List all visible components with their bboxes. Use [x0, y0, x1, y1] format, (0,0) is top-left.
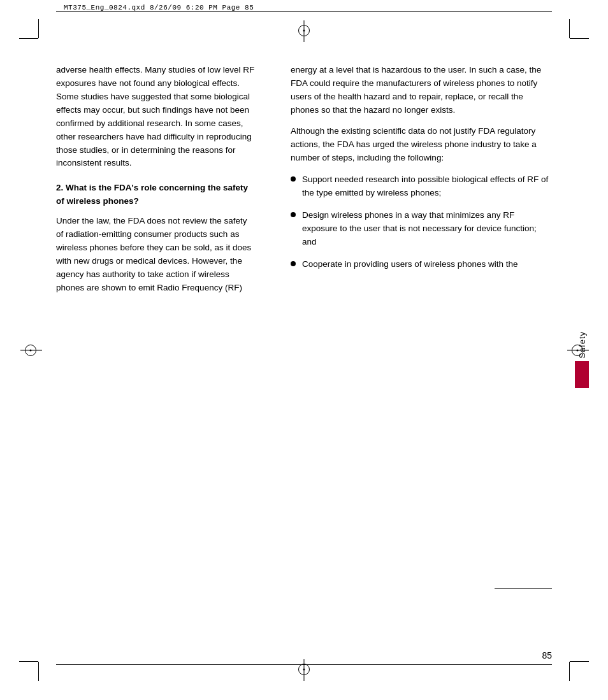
reg-mark-top [298, 25, 310, 36]
crop-mark-tr-h [570, 38, 589, 39]
side-tab-label: Safety [577, 331, 587, 359]
left-column: adverse health effects. Many studies of … [56, 64, 273, 649]
bullet-text: Design wireless phones in a way that min… [302, 209, 552, 249]
content-area: adverse health effects. Many studies of … [56, 64, 552, 649]
left-paragraph-1: adverse health effects. Many studies of … [56, 64, 255, 170]
section-heading: 2. What is the FDA's role concerning the… [56, 182, 255, 208]
bullet-text: Cooperate in providing users of wireless… [302, 258, 552, 271]
reg-mark-left [25, 345, 36, 356]
bullet-list: Support needed research into possible bi… [291, 173, 552, 271]
list-item: Support needed research into possible bi… [291, 173, 552, 200]
crop-mark-br-v [569, 662, 570, 681]
right-paragraph-2: Although the existing scientific data do… [291, 125, 552, 165]
footer-rule [56, 664, 552, 665]
crop-mark-bl-h [19, 661, 38, 662]
header-text: MT375_Eng_0824.qxd 8/26/09 6:20 PM Page … [64, 4, 254, 11]
crop-mark-br-h [570, 661, 589, 662]
page-container: MT375_Eng_0824.qxd 8/26/09 6:20 PM Page … [0, 0, 608, 700]
right-column: energy at a level that is hazardous to t… [273, 64, 552, 649]
crop-mark-bl-v [38, 662, 39, 681]
list-item: Cooperate in providing users of wireless… [291, 258, 552, 271]
header-rule [56, 11, 552, 12]
reg-mark-bottom [298, 664, 310, 675]
side-tab-bar [575, 361, 589, 388]
side-tab: Safety [575, 331, 589, 388]
bullet-dot [291, 176, 296, 182]
right-separator-rule [495, 588, 552, 589]
left-paragraph-2: Under the law, the FDA does not review t… [56, 215, 255, 295]
page-number: 85 [542, 650, 552, 661]
bullet-dot [291, 261, 296, 266]
bullet-text: Support needed research into possible bi… [302, 173, 552, 200]
list-item: Design wireless phones in a way that min… [291, 209, 552, 249]
crop-mark-tl-v [38, 19, 39, 38]
bullet-dot [291, 212, 296, 217]
crop-mark-tr-v [569, 19, 570, 38]
right-paragraph-1: energy at a level that is hazardous to t… [291, 64, 552, 117]
crop-mark-tl-h [19, 38, 38, 39]
